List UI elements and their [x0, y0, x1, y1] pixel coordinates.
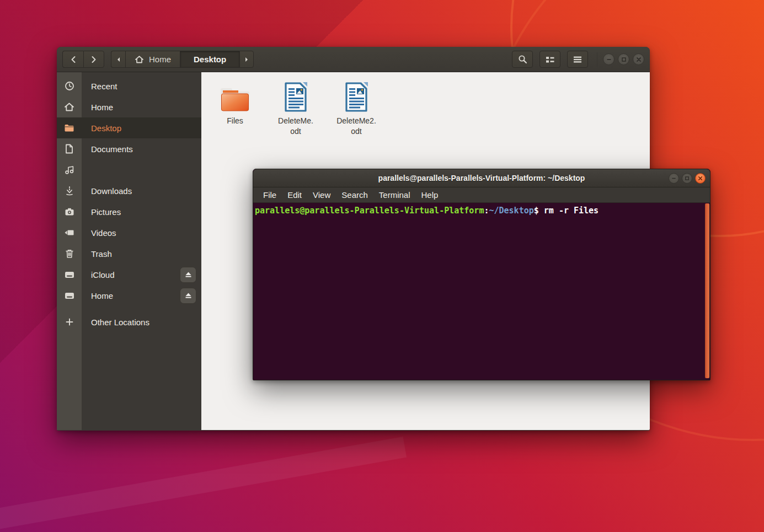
music-notes-icon — [57, 165, 82, 175]
menu-terminal[interactable]: Terminal — [373, 189, 416, 201]
sidebar-item-pictures[interactable]: Pictures — [57, 201, 201, 222]
prompt-dollar: $ — [534, 206, 539, 216]
breadcrumb-home-button[interactable]: Home — [125, 51, 180, 68]
sidebar-item-label: Recent — [82, 82, 201, 91]
sidebar-item-downloads[interactable]: Downloads — [57, 180, 201, 201]
magnifier-icon — [518, 55, 527, 64]
files-toolbar: Home Desktop — [57, 47, 650, 72]
back-button[interactable] — [62, 51, 83, 68]
sidebar-item-label: Home — [82, 291, 180, 300]
menu-button[interactable] — [567, 51, 588, 68]
trash-icon — [57, 249, 82, 259]
breadcrumb: Home Desktop — [111, 51, 254, 68]
sidebar-list: Recent Home Desktop — [57, 72, 201, 332]
list-view-icon — [545, 55, 555, 64]
sidebar-item-label: Other Locations — [82, 318, 201, 327]
menu-view[interactable]: View — [307, 189, 336, 201]
sidebar-item-icloud[interactable]: iCloud — [57, 264, 201, 285]
menu-file[interactable]: File — [258, 189, 282, 201]
view-options-button[interactable] — [539, 51, 560, 68]
download-icon — [57, 186, 82, 196]
files-window-controls — [603, 53, 644, 65]
chevron-right-icon — [89, 55, 98, 64]
sidebar-item-label: Trash — [82, 249, 201, 259]
terminal-window-controls — [669, 169, 706, 187]
sidebar-item-desktop[interactable]: Desktop — [57, 117, 201, 138]
odt-document-icon — [344, 79, 369, 113]
triangle-right-icon — [244, 57, 249, 62]
eject-button[interactable] — [180, 267, 196, 283]
terminal-titlebar[interactable]: parallels@parallels-Parallels-Virtual-Pl… — [253, 169, 710, 187]
search-button[interactable] — [512, 51, 533, 68]
close-button[interactable] — [695, 173, 706, 184]
drive-icon — [57, 271, 82, 278]
triangle-left-icon — [116, 57, 121, 62]
menu-search[interactable]: Search — [336, 189, 373, 201]
sidebar-item-label: Home — [82, 103, 201, 112]
sidebar-item-music[interactable] — [57, 159, 201, 180]
menu-help[interactable]: Help — [416, 189, 444, 201]
file-label: DeleteMe2. odt — [336, 116, 376, 137]
home-icon — [135, 55, 144, 64]
odt-document-icon — [283, 79, 308, 113]
terminal-scrollbar[interactable] — [705, 203, 709, 378]
terminal-menubar: File Edit View Search Terminal Help — [253, 187, 710, 203]
hamburger-icon — [573, 56, 583, 63]
folder-icon — [57, 123, 82, 132]
breadcrumb-next-button[interactable] — [239, 51, 254, 68]
sidebar-item-recent[interactable]: Recent — [57, 76, 201, 96]
clock-icon — [57, 81, 82, 91]
sidebar-item-other-locations[interactable]: Other Locations — [57, 311, 201, 332]
nav-buttons — [62, 51, 104, 68]
prompt-path: ~/Desktop — [489, 206, 533, 216]
breadcrumb-home-label: Home — [149, 55, 171, 64]
camera-icon — [57, 207, 82, 216]
maximize-button[interactable] — [682, 173, 692, 184]
maximize-button[interactable] — [618, 53, 629, 65]
eject-button[interactable] — [180, 288, 196, 304]
document-icon — [57, 144, 82, 154]
file-item-folder[interactable]: Files — [205, 79, 265, 126]
folder-icon — [219, 79, 251, 113]
sidebar-item-label: Pictures — [82, 207, 201, 217]
chevron-left-icon — [69, 55, 78, 64]
sidebar-item-label: Desktop — [82, 123, 201, 133]
minimize-button[interactable] — [603, 53, 615, 65]
home-icon — [57, 102, 82, 112]
sidebar-item-home-drive[interactable]: Home — [57, 285, 201, 306]
minimize-button[interactable] — [669, 173, 679, 184]
typed-command: rm -r Files — [539, 206, 599, 216]
video-camera-icon — [57, 229, 82, 237]
file-label: Files — [227, 116, 243, 126]
sidebar-item-documents[interactable]: Documents — [57, 138, 201, 159]
sidebar-item-label: iCloud — [82, 270, 180, 280]
plus-icon — [57, 318, 82, 326]
menu-edit[interactable]: Edit — [282, 189, 307, 201]
file-label: DeleteMe. odt — [278, 116, 313, 137]
sidebar-item-label: Documents — [82, 144, 201, 154]
terminal-prompt-line: parallels@parallels-Parallels-Virtual-Pl… — [255, 205, 701, 217]
sidebar-item-trash[interactable]: Trash — [57, 243, 201, 264]
breadcrumb-prev-button[interactable] — [111, 51, 125, 68]
forward-button[interactable] — [83, 51, 104, 68]
toolbar-divider — [597, 52, 597, 67]
wallpaper-stripe — [0, 437, 407, 532]
file-item-odt2[interactable]: DeleteMe2. odt — [326, 79, 387, 137]
file-item-odt[interactable]: DeleteMe. odt — [265, 79, 326, 137]
files-sidebar: Recent Home Desktop — [57, 72, 201, 430]
sidebar-item-label: Videos — [82, 228, 201, 238]
prompt-user-host: parallels@parallels-Parallels-Virtual-Pl… — [255, 206, 484, 216]
drive-icon — [57, 292, 82, 299]
breadcrumb-current[interactable]: Desktop — [180, 51, 239, 68]
terminal-screen[interactable]: parallels@parallels-Parallels-Virtual-Pl… — [253, 203, 710, 379]
sidebar-item-label: Downloads — [82, 186, 201, 196]
sidebar-item-videos[interactable]: Videos — [57, 222, 201, 243]
terminal-title: parallels@parallels-Parallels-Virtual-Pl… — [378, 174, 585, 182]
sidebar-item-home[interactable]: Home — [57, 96, 201, 117]
terminal-window: parallels@parallels-Parallels-Virtual-Pl… — [253, 169, 710, 380]
close-button[interactable] — [633, 53, 644, 65]
